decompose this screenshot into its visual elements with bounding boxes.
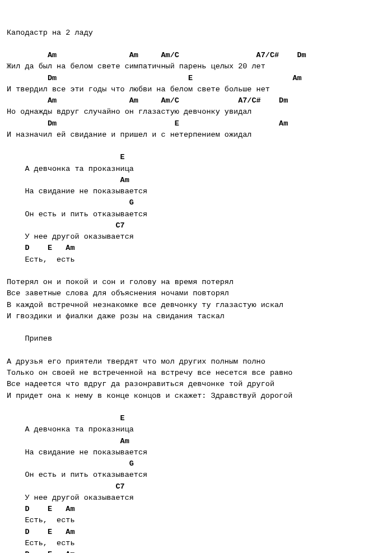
lyric-line: У нее другой оказывается bbox=[7, 492, 385, 504]
lyric-line: Но однажды вдруг случайно он глазастую д… bbox=[7, 106, 385, 118]
lyric-line: Есть, есть bbox=[7, 515, 385, 526]
lyric-line bbox=[7, 141, 385, 152]
chord-line: Am Am Am/C A7/C# Dm bbox=[7, 95, 385, 106]
lyric-line bbox=[7, 345, 385, 356]
chord-line: Dm E Am bbox=[7, 73, 385, 84]
chord-line: G bbox=[7, 197, 385, 208]
lyric-line: И твердил все эти годы что любви на бело… bbox=[7, 84, 385, 95]
lyric-line: На свидание не показывается bbox=[7, 447, 385, 458]
lyric-line bbox=[7, 322, 385, 333]
lyric-line: На свидание не показывается bbox=[7, 186, 385, 197]
lyric-line: В каждой встречной незнакомке все девчон… bbox=[7, 300, 385, 311]
lyric-line: Есть, есть bbox=[7, 538, 385, 549]
lyric-line: Припев bbox=[7, 333, 385, 345]
lyric-line: Все заветные слова для объяснения ночами… bbox=[7, 288, 385, 299]
chord-line: Am bbox=[7, 436, 385, 447]
lyric-line: И гвоздики и фиалки даже розы на свидани… bbox=[7, 311, 385, 322]
chord-line: Am bbox=[7, 175, 385, 186]
song-sheet: Каподастр на 2 ладу Am Am Am/C A7/C# DmЖ… bbox=[7, 27, 385, 554]
chord-line: C7 bbox=[7, 481, 385, 492]
lyric-line bbox=[7, 266, 385, 277]
lyric-line: И придет она к нему в конце концов и ска… bbox=[7, 391, 385, 402]
lyric-line: Только он своей не встреченной на встреч… bbox=[7, 368, 385, 379]
chord-line: E bbox=[7, 413, 385, 424]
chord-line: C7 bbox=[7, 220, 385, 231]
chord-line: D E Am bbox=[7, 549, 385, 553]
lyric-line: А девчонка та проказница bbox=[7, 164, 385, 175]
lyric-line: Он есть и пить отказывается bbox=[7, 470, 385, 481]
chord-line: D E Am bbox=[7, 243, 385, 254]
chord-line: G bbox=[7, 458, 385, 470]
lyric-line: Все надеется что вдруг да разонравиться … bbox=[7, 379, 385, 390]
lyric-line: Жил да был на белом свете симпатичный па… bbox=[7, 61, 385, 72]
chord-line: E bbox=[7, 152, 385, 163]
chord-line: D E Am bbox=[7, 527, 385, 538]
lyric-line bbox=[7, 39, 385, 50]
chord-line: D E Am bbox=[7, 504, 385, 515]
lyric-line: Он есть и пить отказывается bbox=[7, 209, 385, 220]
lyric-line: И назначил ей свидание и пришел и с нете… bbox=[7, 129, 385, 141]
chord-line: Am Am Am/C A7/C# Dm bbox=[7, 50, 385, 61]
lyric-line: Есть, есть bbox=[7, 254, 385, 266]
lyric-line: Потерял он и покой и сон и голову на вре… bbox=[7, 277, 385, 288]
lyric-line: Каподастр на 2 ладу bbox=[7, 27, 385, 39]
lyric-line: А девчонка та проказница bbox=[7, 424, 385, 435]
lyric-line: А друзья его приятели твердят что мол др… bbox=[7, 356, 385, 368]
chord-line: Dm E Am bbox=[7, 118, 385, 129]
lyric-line bbox=[7, 402, 385, 413]
lyric-line: У нее другой оказывается bbox=[7, 231, 385, 243]
